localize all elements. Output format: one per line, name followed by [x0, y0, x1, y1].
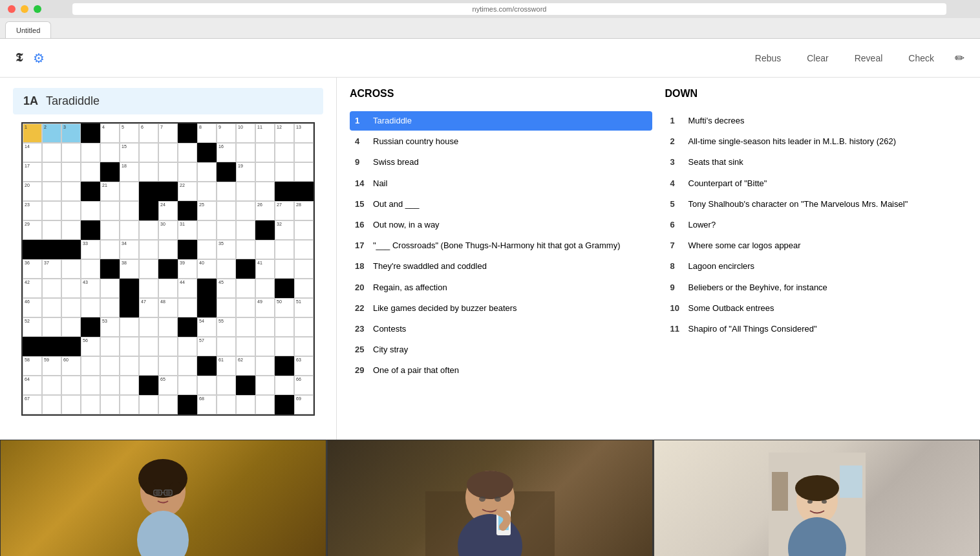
- cell-8-6[interactable]: 38: [120, 259, 139, 279]
- cell-8-9[interactable]: 39: [178, 259, 197, 279]
- cell-9-1[interactable]: 42: [23, 279, 42, 298]
- cell-12-15[interactable]: [294, 337, 314, 356]
- cell-5-6[interactable]: [120, 201, 139, 220]
- cell-6-1[interactable]: 29: [23, 220, 42, 240]
- cell-13-7[interactable]: [139, 356, 158, 376]
- cell-4-3[interactable]: [61, 182, 81, 201]
- cell-14-3[interactable]: [61, 376, 81, 395]
- cell-7-15[interactable]: [294, 240, 314, 259]
- cell-15-6[interactable]: [120, 395, 139, 414]
- crossword-grid[interactable]: 1 2 3 4 5 6 7 8 9 10 11 12 13 14: [21, 122, 315, 416]
- down-clue-6[interactable]: 6 Lower?: [665, 215, 968, 235]
- across-clue-17[interactable]: 17 "___ Crossroads" (Bone Thugs-N-Harmon…: [350, 236, 652, 255]
- cell-11-11[interactable]: 55: [217, 317, 236, 337]
- cell-2-9[interactable]: [178, 143, 197, 162]
- cell-1-12[interactable]: 10: [236, 123, 255, 143]
- pencil-icon[interactable]: ✏: [955, 51, 964, 65]
- cell-9-2[interactable]: [42, 279, 61, 298]
- cell-6-5[interactable]: [100, 220, 120, 240]
- cell-13-6[interactable]: [120, 356, 139, 376]
- cell-14-1[interactable]: 64: [23, 376, 42, 395]
- cell-7-13[interactable]: [255, 240, 275, 259]
- cell-2-8[interactable]: [158, 143, 178, 162]
- cell-1-7[interactable]: 6: [139, 123, 158, 143]
- cell-8-14[interactable]: [275, 259, 294, 279]
- cell-2-3[interactable]: [61, 143, 81, 162]
- cell-12-12[interactable]: [236, 337, 255, 356]
- cell-6-10[interactable]: [197, 220, 217, 240]
- cell-7-12[interactable]: [236, 240, 255, 259]
- down-clue-3[interactable]: 3 Seats that sink: [665, 153, 968, 172]
- cell-14-6[interactable]: [120, 376, 139, 395]
- cell-8-3[interactable]: [61, 259, 81, 279]
- cell-5-4[interactable]: [81, 201, 100, 220]
- cell-10-12[interactable]: [236, 298, 255, 317]
- down-clue-11[interactable]: 11 Shapiro of "All Things Considered": [665, 319, 968, 339]
- cell-4-1[interactable]: 20: [23, 182, 42, 201]
- cell-12-9[interactable]: [178, 337, 197, 356]
- cell-15-12[interactable]: [236, 395, 255, 414]
- cell-3-8[interactable]: [158, 162, 178, 182]
- cell-10-1[interactable]: 46: [23, 298, 42, 317]
- cell-10-11[interactable]: [217, 298, 236, 317]
- cell-11-14[interactable]: [275, 317, 294, 337]
- cell-6-14[interactable]: 32: [275, 220, 294, 240]
- cell-15-15[interactable]: 69: [294, 395, 314, 414]
- down-clue-8[interactable]: 8 Lagoon encirclers: [665, 257, 968, 276]
- cell-10-4[interactable]: [81, 298, 100, 317]
- cell-13-5[interactable]: [100, 356, 120, 376]
- cell-14-10[interactable]: [197, 376, 217, 395]
- cell-15-1[interactable]: 67: [23, 395, 42, 414]
- cell-14-15[interactable]: 66: [294, 376, 314, 395]
- cell-2-4[interactable]: [81, 143, 100, 162]
- cell-4-5[interactable]: 21: [100, 182, 120, 201]
- cell-2-1[interactable]: 14: [23, 143, 42, 162]
- cell-6-2[interactable]: [42, 220, 61, 240]
- cell-1-5[interactable]: 4: [100, 123, 120, 143]
- cell-5-1[interactable]: 23: [23, 201, 42, 220]
- cell-7-4[interactable]: 33: [81, 240, 100, 259]
- cell-2-14[interactable]: [275, 143, 294, 162]
- cell-8-15[interactable]: [294, 259, 314, 279]
- cell-13-12[interactable]: 62: [236, 356, 255, 376]
- down-clue-1[interactable]: 1 Mufti's decrees: [665, 111, 968, 131]
- cell-4-6[interactable]: [120, 182, 139, 201]
- cell-1-11[interactable]: 9: [217, 123, 236, 143]
- cell-13-11[interactable]: 61: [217, 356, 236, 376]
- cell-13-1[interactable]: 58: [23, 356, 42, 376]
- cell-1-14[interactable]: 12: [275, 123, 294, 143]
- cell-10-14[interactable]: 50: [275, 298, 294, 317]
- cell-10-7[interactable]: 47: [139, 298, 158, 317]
- cell-11-7[interactable]: [139, 317, 158, 337]
- cell-15-5[interactable]: [100, 395, 120, 414]
- cell-1-15[interactable]: 13: [294, 123, 314, 143]
- cell-11-13[interactable]: [255, 317, 275, 337]
- cell-10-3[interactable]: [61, 298, 81, 317]
- cell-10-8[interactable]: 48: [158, 298, 178, 317]
- cell-6-12[interactable]: [236, 220, 255, 240]
- cell-11-2[interactable]: [42, 317, 61, 337]
- cell-1-3[interactable]: 3: [61, 123, 81, 143]
- minimize-button[interactable]: [21, 5, 28, 13]
- cell-7-8[interactable]: [158, 240, 178, 259]
- cell-6-7[interactable]: [139, 220, 158, 240]
- cell-3-1[interactable]: 17: [23, 162, 42, 182]
- cell-9-11[interactable]: 45: [217, 279, 236, 298]
- across-clue-23[interactable]: 23 Contests: [350, 319, 652, 339]
- down-clue-4[interactable]: 4 Counterpart of "Bitte": [665, 174, 968, 193]
- cell-14-4[interactable]: [81, 376, 100, 395]
- cell-11-1[interactable]: 52: [23, 317, 42, 337]
- across-clue-14[interactable]: 14 Nail: [350, 174, 652, 193]
- cell-12-10[interactable]: 57: [197, 337, 217, 356]
- cell-11-5[interactable]: 53: [100, 317, 120, 337]
- cell-13-15[interactable]: 63: [294, 356, 314, 376]
- cell-4-13[interactable]: [255, 182, 275, 201]
- cell-10-15[interactable]: 51: [294, 298, 314, 317]
- cell-10-13[interactable]: 49: [255, 298, 275, 317]
- cell-14-5[interactable]: [100, 376, 120, 395]
- cell-2-15[interactable]: [294, 143, 314, 162]
- cell-3-2[interactable]: [42, 162, 61, 182]
- cell-4-12[interactable]: [236, 182, 255, 201]
- across-clue-16[interactable]: 16 Out now, in a way: [350, 215, 652, 235]
- cell-7-14[interactable]: [275, 240, 294, 259]
